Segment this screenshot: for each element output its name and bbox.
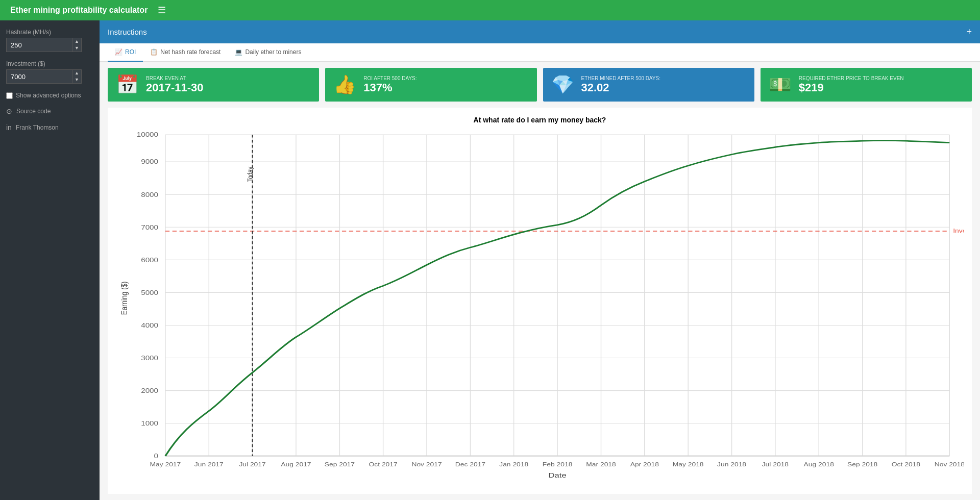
money-icon: 💵 [769,74,792,95]
svg-text:Jun 2018: Jun 2018 [717,461,746,467]
tab-net-hash-icon: 📋 [150,48,158,56]
investment-spinners: ▲ ▼ [72,69,82,84]
chart-title: At what rate do I earn my money back? [116,116,964,124]
source-code-link[interactable]: ⊙ Source code [6,107,93,115]
svg-text:Jul 2017: Jul 2017 [239,461,265,467]
stat-card-roi: 👍 ROI AFTER 500 DAYS: 137% [325,68,536,102]
chart-svg: 0 1000 2000 3000 4000 5000 6000 7000 800… [116,129,964,479]
hashrate-field: Hashrate (MH/s) ▲ ▼ [6,29,93,52]
stat-card-breakeven: 📅 BREAK EVEN AT: 2017-11-30 [108,68,319,102]
investment-line-label: Investment [953,228,964,234]
svg-text:6000: 6000 [141,257,158,263]
breakeven-label: BREAK EVEN AT: [146,76,204,81]
app-title: Ether mining profitability calculator [10,6,148,15]
chart-area: At what rate do I earn my money back? [108,108,972,494]
investment-up-btn[interactable]: ▲ [72,70,81,77]
svg-text:9000: 9000 [141,159,158,165]
hashrate-label: Hashrate (MH/s) [6,29,93,36]
svg-text:Date: Date [549,471,567,479]
svg-text:Dec 2017: Dec 2017 [455,461,485,467]
investment-input[interactable] [6,69,72,84]
ether-mined-label: ETHER MINED AFTER 500 DAYS: [581,76,660,81]
show-advanced-label: Show advanced options [16,92,81,99]
main-layout: Hashrate (MH/s) ▲ ▼ Investment ($) ▲ ▼ [0,20,980,500]
calendar-icon: 📅 [116,74,139,95]
req-price-label: REQUIRED ETHER PRICE TO BREAK EVEN [799,76,904,81]
req-price-value: $219 [799,81,904,94]
ether-mined-value: 32.02 [581,81,660,94]
y-axis: 0 1000 2000 3000 4000 5000 6000 7000 800… [119,132,950,460]
top-nav: Ether mining profitability calculator ☰ [0,0,980,20]
svg-text:8000: 8000 [141,191,158,198]
investment-label: Investment ($) [6,60,93,67]
investment-down-btn[interactable]: ▼ [72,77,81,83]
x-axis: May 2017 Jun 2017 Jul 2017 Aug 2017 Sep … [150,135,964,479]
source-code-icon: ⊙ [6,107,12,115]
svg-text:Jun 2017: Jun 2017 [194,461,224,467]
svg-text:10000: 10000 [137,132,159,138]
stat-cards: 📅 BREAK EVEN AT: 2017-11-30 👍 ROI AFTER … [100,62,980,108]
author-link[interactable]: in Frank Thomson [6,123,93,132]
show-advanced-input[interactable] [6,92,13,99]
show-advanced-checkbox[interactable]: Show advanced options [6,92,93,99]
tab-net-hash-label: Net hash rate forecast [160,48,220,56]
sidebar: Hashrate (MH/s) ▲ ▼ Investment ($) ▲ ▼ [0,20,100,500]
tabs: 📈 ROI 📋 Net hash rate forecast 💻 Daily e… [100,43,980,62]
svg-text:Nov 2017: Nov 2017 [411,461,442,467]
stat-card-req-price-content: REQUIRED ETHER PRICE TO BREAK EVEN $219 [799,76,904,94]
content-area: Instructions + 📈 ROI 📋 Net hash rate for… [100,20,980,500]
tab-roi[interactable]: 📈 ROI [108,43,143,62]
tab-daily-ether-icon: 💻 [235,48,242,56]
stat-card-breakeven-content: BREAK EVEN AT: 2017-11-30 [146,76,204,94]
hashrate-input[interactable] [6,38,72,52]
svg-text:1000: 1000 [141,420,158,427]
investment-input-wrapper: ▲ ▼ [6,69,93,84]
instructions-bar: Instructions + [100,20,980,43]
investment-field: Investment ($) ▲ ▼ [6,60,93,84]
hashrate-spinners: ▲ ▼ [72,38,82,52]
source-code-label: Source code [16,108,51,115]
instructions-title: Instructions [108,28,147,36]
svg-text:Mar 2018: Mar 2018 [586,461,616,467]
svg-text:0: 0 [154,453,159,460]
tab-roi-label: ROI [125,48,136,56]
tab-net-hash[interactable]: 📋 Net hash rate forecast [143,43,228,62]
author-label: Frank Thomson [16,124,59,131]
svg-text:7000: 7000 [141,224,158,231]
stat-card-roi-content: ROI AFTER 500 DAYS: 137% [363,76,416,94]
roi-value: 137% [363,81,416,94]
today-label: Today [246,166,254,182]
svg-text:4000: 4000 [141,322,158,329]
stat-card-ether-mined: 💎 ETHER MINED AFTER 500 DAYS: 32.02 [543,68,754,102]
svg-text:May 2018: May 2018 [673,461,704,467]
diamond-icon: 💎 [551,74,574,95]
svg-text:5000: 5000 [141,289,158,296]
svg-text:May 2017: May 2017 [150,461,181,467]
breakeven-value: 2017-11-30 [146,81,204,94]
stat-card-ether-mined-content: ETHER MINED AFTER 500 DAYS: 32.02 [581,76,660,94]
tab-roi-icon: 📈 [115,48,122,56]
svg-text:Sep 2018: Sep 2018 [847,461,877,467]
stat-card-req-price: 💵 REQUIRED ETHER PRICE TO BREAK EVEN $21… [761,68,972,102]
svg-text:Jan 2018: Jan 2018 [499,461,528,467]
tab-daily-ether[interactable]: 💻 Daily ether to miners [228,43,308,62]
svg-text:Jul 2018: Jul 2018 [762,461,789,467]
svg-text:Earning ($): Earning ($) [119,282,129,315]
roi-label: ROI AFTER 500 DAYS: [363,76,416,81]
chart-container: 0 1000 2000 3000 4000 5000 6000 7000 800… [116,129,964,479]
linkedin-icon: in [6,123,12,132]
menu-icon[interactable]: ☰ [158,5,166,16]
hashrate-down-btn[interactable]: ▼ [72,45,81,52]
instructions-plus-icon[interactable]: + [966,27,972,37]
hashrate-input-wrapper: ▲ ▼ [6,38,93,52]
svg-text:Aug 2017: Aug 2017 [281,461,311,467]
hashrate-up-btn[interactable]: ▲ [72,38,81,45]
svg-text:2000: 2000 [141,387,158,394]
svg-text:Apr 2018: Apr 2018 [630,461,659,467]
svg-text:3000: 3000 [141,355,158,361]
tab-daily-ether-label: Daily ether to miners [245,48,301,56]
thumbsup-icon: 👍 [333,74,356,95]
svg-text:Oct 2017: Oct 2017 [369,461,398,467]
svg-text:Sep 2017: Sep 2017 [325,461,355,467]
svg-text:Nov 2018: Nov 2018 [935,461,964,467]
